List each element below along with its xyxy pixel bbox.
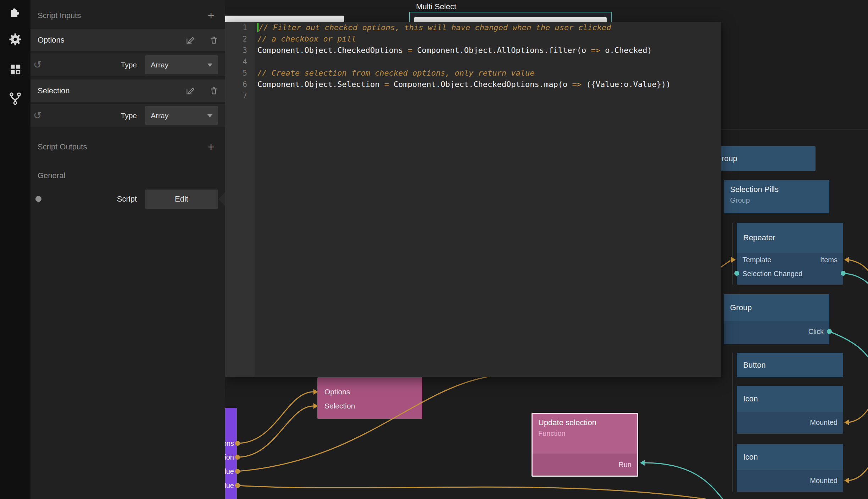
port-mounted[interactable]: Mounted (810, 473, 838, 488)
code-line[interactable]: // Filter out checked options, this will… (255, 22, 721, 33)
code-line[interactable] (255, 56, 721, 67)
input-row-selection[interactable]: Selection (30, 79, 225, 102)
script-inputs-header: Script Inputs + (30, 5, 225, 26)
node-options-selection[interactable]: Options Selection (317, 377, 422, 419)
wire-arrow (844, 257, 849, 263)
components-icon[interactable] (8, 62, 22, 76)
wire (238, 406, 313, 457)
component-preview-bar (216, 16, 344, 22)
script-outputs-header: Script Outputs + (30, 136, 225, 158)
code-line[interactable]: Component.Object.Selection = Component.O… (255, 79, 721, 90)
wire-arrow (844, 478, 849, 483)
gear-icon[interactable] (8, 32, 22, 46)
wire (645, 463, 723, 499)
port-mounted[interactable]: Mounted (810, 415, 838, 429)
activity-bar (0, 0, 30, 499)
line-number: 3 (225, 45, 255, 56)
port-click[interactable]: Click (808, 324, 824, 339)
node-button[interactable]: Button (737, 353, 843, 377)
wire-arrow (844, 420, 849, 425)
edit-icon[interactable] (185, 86, 195, 95)
code-content[interactable]: // Filter out checked options, this will… (255, 22, 721, 377)
branch-icon[interactable] (8, 92, 22, 106)
puzzle-icon[interactable] (8, 6, 22, 20)
chevron-down-icon (207, 64, 212, 67)
type-row-options: ↺ Type Array (30, 53, 225, 76)
type-dropdown-selection[interactable]: Array (145, 106, 218, 125)
code-editor[interactable]: 1234567 // Filter out checked options, t… (225, 22, 721, 377)
port-selection-changed[interactable]: Selection Changed (742, 267, 802, 281)
node-icon-bottom[interactable]: Icon Mounted (737, 444, 843, 492)
wire (843, 273, 868, 283)
input-row-options[interactable]: Options (30, 29, 225, 51)
line-number: 7 (225, 90, 255, 102)
type-dropdown-options[interactable]: Array (145, 55, 218, 74)
port-options[interactable]: Options (324, 385, 350, 399)
line-number: 4 (225, 56, 255, 67)
line-number: 2 (225, 33, 255, 45)
tree-indent-guide (732, 223, 733, 285)
properties-panel: Script Inputs + Options ↺ Type Array Sel… (30, 0, 225, 499)
port-selection[interactable]: Selection (324, 399, 355, 413)
tree-indent-guide (732, 353, 733, 492)
app-window: Multi Select Group Selection Pills Group… (0, 0, 868, 499)
node-selection-pills-group[interactable]: Selection Pills Group (724, 180, 829, 213)
text-cursor (257, 23, 258, 32)
node-icon-top[interactable]: Icon Mounted (737, 386, 843, 434)
canvas-divider (721, 129, 868, 130)
script-row: Script Edit (30, 188, 225, 210)
trash-icon[interactable] (209, 86, 218, 95)
code-line[interactable]: // a checkbox or pill (255, 33, 721, 45)
wire (238, 392, 313, 443)
port-items[interactable]: Items (820, 253, 838, 267)
add-input-button[interactable]: + (205, 5, 217, 26)
chevron-down-icon (207, 114, 212, 117)
add-output-button[interactable]: + (205, 136, 217, 158)
wire (849, 468, 868, 481)
edit-script-button[interactable]: Edit (145, 190, 218, 209)
multi-select-node-title: Multi Select (397, 2, 475, 11)
editor-pointer (218, 192, 225, 206)
code-line[interactable] (255, 90, 721, 102)
line-number: 1 (225, 22, 255, 33)
line-number: 6 (225, 79, 255, 90)
general-header: General (30, 165, 225, 186)
trash-icon[interactable] (209, 35, 218, 45)
node-group-partial[interactable]: Group (709, 146, 816, 171)
port-run[interactable]: Run (618, 454, 631, 476)
code-line[interactable]: // Create selection from checked options… (255, 67, 721, 79)
wire-arrow (640, 460, 645, 466)
line-number: 5 (225, 67, 255, 79)
wire (849, 410, 868, 422)
wire (238, 486, 706, 499)
wire (849, 260, 868, 270)
code-line[interactable]: Component.Object.CheckedOptions = Compon… (255, 45, 721, 56)
node-update-selection[interactable]: Update selection Function Run (532, 413, 638, 477)
ports-strip: Run (533, 454, 637, 476)
node-repeater[interactable]: Repeater Template Items Selection Change… (737, 223, 843, 285)
line-numbers: 1234567 (225, 22, 255, 377)
node-group[interactable]: Group Click (724, 294, 829, 344)
port-template[interactable]: Template (742, 253, 771, 267)
type-row-selection: ↺ Type Array (30, 104, 225, 127)
edit-icon[interactable] (185, 35, 195, 45)
